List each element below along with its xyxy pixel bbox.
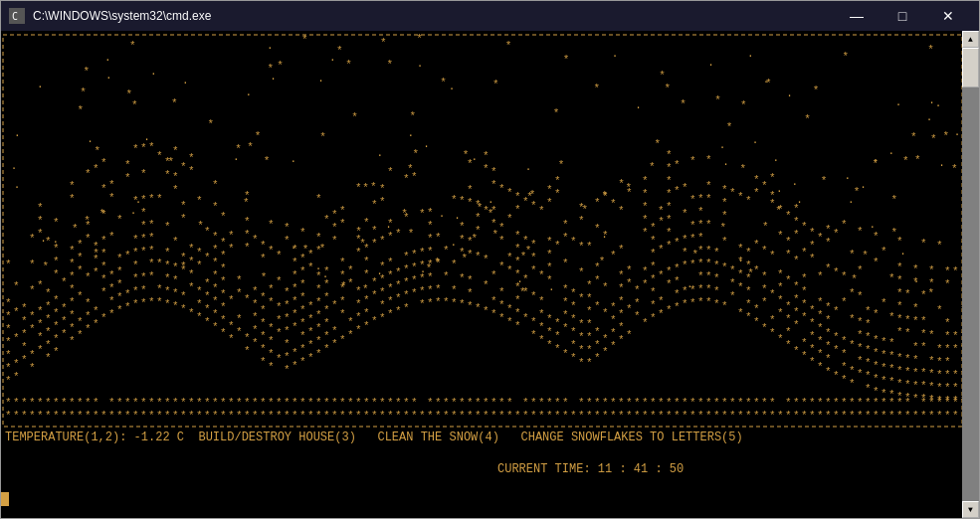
title-bar-controls: — □ ✕: [834, 1, 971, 31]
close-button[interactable]: ✕: [925, 1, 971, 31]
status-line-1: TEMPERATURE(1,2): -1.22 C BUILD/DESTROY …: [1, 429, 962, 446]
cursor-line: [1, 492, 962, 506]
snow-canvas: [1, 31, 964, 429]
scrollbar-track[interactable]: [962, 48, 979, 501]
window-title: C:\WINDOWS\system32\cmd.exe: [33, 9, 211, 23]
svg-text:C: C: [12, 11, 18, 22]
cmd-icon: C: [9, 8, 25, 24]
maximize-button[interactable]: □: [880, 1, 925, 31]
title-bar: C C:\WINDOWS\system32\cmd.exe — □ ✕: [1, 1, 979, 31]
scrollbar-thumb[interactable]: [962, 48, 979, 87]
minimize-button[interactable]: —: [834, 1, 880, 31]
scroll-up-button[interactable]: ▲: [962, 31, 979, 48]
cmd-window: C C:\WINDOWS\system32\cmd.exe — □ ✕ TEMP…: [0, 0, 980, 519]
title-bar-left: C C:\WINDOWS\system32\cmd.exe: [9, 8, 211, 24]
cmd-content-area: TEMPERATURE(1,2): -1.22 C BUILD/DESTROY …: [1, 31, 979, 518]
scrollbar[interactable]: ▲ ▼: [962, 31, 979, 518]
status-line-2: CURRENT TIME: 11 : 41 : 50: [1, 446, 962, 492]
cursor-blink: [1, 492, 9, 506]
scroll-down-button[interactable]: ▼: [962, 501, 979, 518]
